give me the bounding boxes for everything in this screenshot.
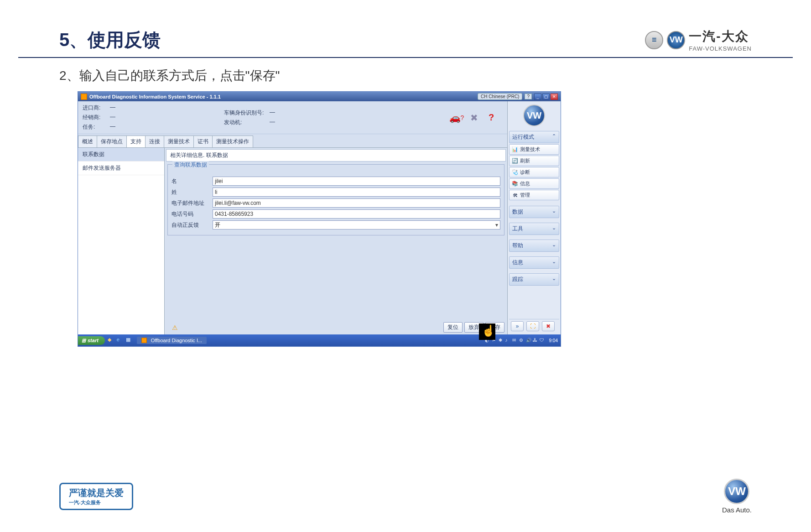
task-label: 任务: <box>83 123 110 131</box>
slide-footer: 严谨就是关爱 一汽-大众服务 VW Das Auto. <box>59 479 752 514</box>
system-tray[interactable]: ◐ ⚑ ✱ ♪ ✉ ⚙ 🔊 🖧 🛡 9:04 <box>482 338 561 343</box>
chevron-down-icon: ⌄ <box>552 242 556 250</box>
tray-icon[interactable]: ⚙ <box>519 338 525 343</box>
brand-en: FAW-VOLKSWAGEN <box>689 45 752 52</box>
close-button[interactable]: ✕ <box>551 94 558 100</box>
slide-header: 5、使用反馈 ≡ VW 一汽-大众 FAW-VOLKSWAGEN <box>18 9 793 58</box>
ie-icon[interactable]: e <box>117 337 124 344</box>
email-label: 电子邮件地址 <box>172 199 213 207</box>
firstname-input[interactable] <box>213 177 500 186</box>
tray-icon[interactable]: ✱ <box>499 338 504 343</box>
importer-label: 进口商: <box>83 104 110 112</box>
phone-input[interactable] <box>213 209 500 219</box>
brand-logos: ≡ VW 一汽-大众 FAW-VOLKSWAGEN <box>645 28 752 52</box>
tab-support[interactable]: 支持 <box>126 136 146 147</box>
question-icon[interactable]: ? <box>484 112 498 123</box>
taskbar-app-item[interactable]: Offboard Diagnostic I... <box>137 337 207 344</box>
reset-button[interactable]: 复位 <box>443 322 463 333</box>
service-badge: 严谨就是关爱 一汽-大众服务 <box>59 483 133 510</box>
tray-icon[interactable]: 🖧 <box>533 338 538 343</box>
surname-input[interactable] <box>213 188 500 197</box>
taskbar-clock[interactable]: 9:04 <box>549 338 558 343</box>
tray-icon[interactable]: ♪ <box>505 338 511 343</box>
stethoscope-icon: 🩺 <box>512 170 518 175</box>
vw-logo-icon: VW <box>667 31 685 49</box>
start-button[interactable]: ⊞start <box>78 336 105 345</box>
quicklaunch-icon[interactable]: ◆ <box>108 337 115 344</box>
desktop-icon[interactable]: ▦ <box>126 337 133 344</box>
help-button[interactable]: ? <box>525 94 532 99</box>
tab-overview[interactable]: 概述 <box>78 136 97 147</box>
mode-info[interactable]: 📚信息 <box>509 178 559 189</box>
sidebar-item-contact[interactable]: 联系数据 <box>78 148 164 162</box>
tray-icon[interactable]: ✉ <box>512 338 518 343</box>
contact-fieldset: 查询联系数据 名 姓 电子邮件地址 <box>167 164 504 235</box>
right-panel: VW 运行模式⌃ 📊测量技术 🔄刷新 🩺诊断 📚信息 🛠管理 数据⌄ 工具⌄ 帮… <box>508 101 561 334</box>
autofeedback-select[interactable]: 开 <box>213 220 500 229</box>
firstname-label: 名 <box>172 177 213 185</box>
tray-icon[interactable]: 🛡 <box>540 338 545 343</box>
section-help[interactable]: 帮助⌄ <box>509 240 559 252</box>
warning-icon: ⚠ <box>172 324 178 331</box>
tab-connect[interactable]: 连接 <box>145 136 164 147</box>
tray-icon[interactable]: 🔊 <box>526 338 531 343</box>
sidebar-item-mailserver[interactable]: 邮件发送服务器 <box>78 162 164 175</box>
windows-taskbar[interactable]: ⊞start ◆ e ▦ Offboard Diagnostic I... ◐ … <box>78 334 561 346</box>
dealer-value: — <box>110 114 115 121</box>
mode-refresh[interactable]: 🔄刷新 <box>509 156 559 166</box>
language-selector[interactable]: CH Chinese (PRC) <box>478 93 522 100</box>
window-titlebar[interactable]: Offboard Diagnostic Information System S… <box>78 92 561 101</box>
tab-save-location[interactable]: 保存地点 <box>97 136 127 147</box>
engine-value: — <box>270 119 275 126</box>
car-help-icon[interactable]: 🚗? <box>450 112 463 123</box>
chevron-up-icon: ⌃ <box>552 133 556 141</box>
fieldset-legend: 查询联系数据 <box>172 161 209 169</box>
gauge-icon: 📊 <box>512 147 518 152</box>
app-window: Offboard Diagnostic Information System S… <box>78 91 561 347</box>
surname-label: 姓 <box>172 188 213 196</box>
maximize-button[interactable]: ▢ <box>542 94 550 100</box>
save-button[interactable]: 保存 <box>485 322 504 333</box>
minimize-button[interactable]: _ <box>534 94 541 100</box>
chevron-down-icon: ⌄ <box>552 259 556 266</box>
tools-disabled-icon[interactable]: ✖ <box>467 112 481 123</box>
phone-label: 电话号码 <box>172 210 213 218</box>
engine-label: 发动机: <box>224 119 270 126</box>
form-title: 相关详细信息. 联系数据 <box>166 149 506 162</box>
books-icon: 📚 <box>512 181 518 187</box>
chevron-down-icon: ⌄ <box>552 276 556 283</box>
mode-manage[interactable]: 🛠管理 <box>509 190 559 200</box>
section-data[interactable]: 数据⌄ <box>509 206 559 218</box>
vw-logo-large: VW <box>523 104 545 126</box>
section-trace[interactable]: 跟踪⌄ <box>509 273 559 286</box>
app-icon <box>81 94 87 100</box>
discard-button[interactable]: 放弃 <box>464 322 483 333</box>
section-info[interactable]: 信息⌄ <box>509 256 559 269</box>
tab-measure-ops[interactable]: 测量技术操作 <box>212 136 253 147</box>
side-nav: 联系数据 邮件发送服务器 <box>78 148 165 334</box>
next-button[interactable]: » <box>511 321 524 331</box>
tray-icon[interactable]: ◐ <box>485 338 490 343</box>
expand-button[interactable]: ⛶ <box>526 321 539 331</box>
close-tool-button[interactable]: ✖ <box>542 321 555 331</box>
section-tools[interactable]: 工具⌄ <box>509 223 559 235</box>
tab-measure-tech[interactable]: 测量技术 <box>164 136 194 147</box>
task-value: — <box>110 123 115 131</box>
chevron-down-icon: ⌄ <box>552 208 556 216</box>
slide-title: 5、使用反馈 <box>59 27 161 52</box>
vin-value: — <box>270 109 275 117</box>
mode-diagnose[interactable]: 🩺诊断 <box>509 167 559 177</box>
mode-measure[interactable]: 📊测量技术 <box>509 144 559 155</box>
slide-subtitle: 2、输入自己的联系方式后，点击"保存" <box>18 58 793 91</box>
tab-certificate[interactable]: 证书 <box>193 136 213 147</box>
windows-icon: ⊞ <box>82 338 86 344</box>
task-app-icon <box>141 338 147 343</box>
form-panel: 相关详细信息. 联系数据 查询联系数据 名 姓 <box>165 148 507 334</box>
info-header: 进口商:— 经销商:— 任务:— 车辆身份识别号:— 发动机:— 🚗? ✖ ? <box>78 101 507 134</box>
gear-icon: 🛠 <box>512 193 518 198</box>
tray-icon[interactable]: ⚑ <box>492 338 497 343</box>
email-input[interactable] <box>213 198 500 208</box>
faw-logo-icon: ≡ <box>645 31 663 49</box>
mode-header[interactable]: 运行模式⌃ <box>509 131 559 143</box>
chevron-down-icon: ⌄ <box>552 225 556 233</box>
